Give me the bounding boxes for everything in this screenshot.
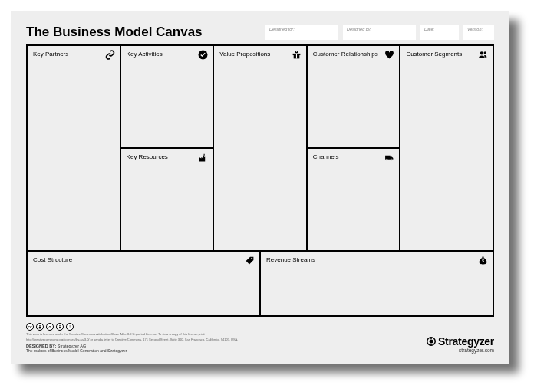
svg-text:$: $ [482,259,484,263]
gift-icon [292,50,302,60]
heart-icon [384,50,394,60]
bmc-canvas: Key Partners Key Activities Key Resource… [26,44,494,317]
truck-icon [384,153,394,163]
block-channels[interactable]: Channels [308,149,400,250]
brand-name: Strategyzer [438,335,494,348]
money-bag-icon: $ [478,255,488,265]
header: The Business Model Canvas Designed for: … [26,25,494,40]
svg-point-10 [39,325,41,327]
block-revenue-streams[interactable]: Revenue Streams $ [261,252,493,316]
block-cost-structure[interactable]: Cost Structure [28,252,261,316]
designed-for-field[interactable]: Designed for: [265,25,338,40]
svg-point-8 [251,258,252,259]
block-label: Key Activities [127,51,208,58]
block-customer-segments[interactable]: Customer Segments [400,46,493,250]
block-label: Cost Structure [33,256,254,263]
cc-nd-icon [56,323,64,331]
block-label: Channels [313,153,394,160]
cc-sa-icon [46,323,54,331]
cc-icon: cc [26,323,34,331]
factory-icon [198,153,208,163]
price-tag-icon [245,255,255,265]
cc-extra-icon: ! [66,323,74,331]
svg-point-4 [387,159,388,160]
svg-point-5 [391,159,393,160]
block-label: Value Propositions [219,51,301,58]
footer: cc ! This work is licensed under the Cre… [26,323,494,353]
link-icon [105,50,115,60]
block-label: Revenue Streams [266,256,487,263]
brand-logo: Strategyzer [426,335,494,348]
checkmark-icon [198,50,208,60]
page-title: The Business Model Canvas [26,25,203,40]
svg-rect-3 [296,54,297,59]
block-label: Customer Relationships [313,51,394,58]
cc-by-icon [36,323,44,331]
cc-license-icons: cc ! [26,323,426,331]
svg-point-11 [59,325,61,327]
designed-by-field[interactable]: Designed by: [343,25,416,40]
block-label: Key Resources [127,153,208,160]
svg-point-13 [430,340,433,343]
block-customer-relationships[interactable]: Customer Relationships [308,46,400,149]
brand-url: strategyzer.com [426,348,494,353]
block-key-resources[interactable]: Key Resources [121,149,213,250]
brand-mark-icon [426,336,437,347]
block-label: Customer Segments [406,51,487,58]
people-icon [478,50,488,60]
block-key-activities[interactable]: Key Activities [121,46,213,149]
license-text-1: This work is licensed under the Creative… [26,333,256,337]
license-text-2: http://creativecommons.org/licenses/by-s… [26,338,256,342]
svg-point-6 [480,51,483,54]
block-value-propositions[interactable]: Value Propositions [214,46,306,250]
svg-point-7 [484,51,486,54]
date-field[interactable]: Date: [420,25,459,40]
version-field[interactable]: Version: [463,25,494,40]
tagline: The makers of Business Model Generation … [26,348,426,353]
block-label: Key Partners [33,51,114,58]
meta-fields: Designed for: Designed by: Date: Version… [265,25,494,40]
canvas-sheet: The Business Model Canvas Designed for: … [11,11,509,364]
block-key-partners[interactable]: Key Partners [28,46,120,250]
